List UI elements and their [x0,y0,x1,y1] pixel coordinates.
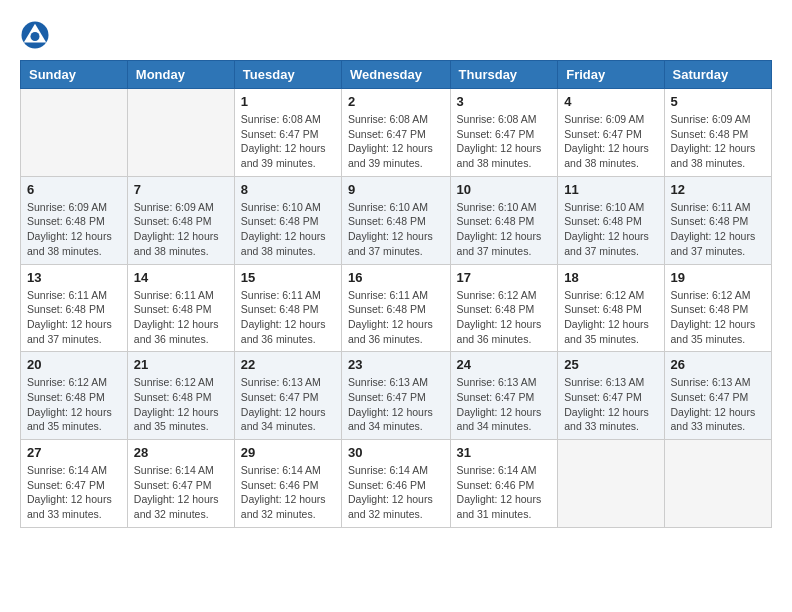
day-number: 16 [348,270,444,285]
day-info: Sunrise: 6:13 AM Sunset: 6:47 PM Dayligh… [241,375,335,434]
day-info: Sunrise: 6:09 AM Sunset: 6:48 PM Dayligh… [134,200,228,259]
day-info: Sunrise: 6:12 AM Sunset: 6:48 PM Dayligh… [27,375,121,434]
calendar-cell: 23Sunrise: 6:13 AM Sunset: 6:47 PM Dayli… [342,352,451,440]
calendar-week-5: 27Sunrise: 6:14 AM Sunset: 6:47 PM Dayli… [21,440,772,528]
calendar-cell: 30Sunrise: 6:14 AM Sunset: 6:46 PM Dayli… [342,440,451,528]
calendar-cell: 9Sunrise: 6:10 AM Sunset: 6:48 PM Daylig… [342,176,451,264]
calendar-cell: 12Sunrise: 6:11 AM Sunset: 6:48 PM Dayli… [664,176,771,264]
day-number: 26 [671,357,765,372]
day-number: 1 [241,94,335,109]
day-number: 19 [671,270,765,285]
calendar-cell: 15Sunrise: 6:11 AM Sunset: 6:48 PM Dayli… [234,264,341,352]
day-info: Sunrise: 6:09 AM Sunset: 6:48 PM Dayligh… [671,112,765,171]
calendar-cell: 25Sunrise: 6:13 AM Sunset: 6:47 PM Dayli… [558,352,664,440]
column-header-tuesday: Tuesday [234,61,341,89]
calendar-cell [127,89,234,177]
day-info: Sunrise: 6:12 AM Sunset: 6:48 PM Dayligh… [564,288,657,347]
calendar-cell: 10Sunrise: 6:10 AM Sunset: 6:48 PM Dayli… [450,176,558,264]
day-number: 10 [457,182,552,197]
day-number: 15 [241,270,335,285]
day-info: Sunrise: 6:14 AM Sunset: 6:46 PM Dayligh… [348,463,444,522]
calendar-header-row: SundayMondayTuesdayWednesdayThursdayFrid… [21,61,772,89]
day-number: 14 [134,270,228,285]
day-number: 21 [134,357,228,372]
calendar-cell: 29Sunrise: 6:14 AM Sunset: 6:46 PM Dayli… [234,440,341,528]
day-info: Sunrise: 6:10 AM Sunset: 6:48 PM Dayligh… [241,200,335,259]
page-header [20,20,772,50]
calendar-week-3: 13Sunrise: 6:11 AM Sunset: 6:48 PM Dayli… [21,264,772,352]
day-info: Sunrise: 6:11 AM Sunset: 6:48 PM Dayligh… [671,200,765,259]
calendar-cell: 22Sunrise: 6:13 AM Sunset: 6:47 PM Dayli… [234,352,341,440]
day-number: 29 [241,445,335,460]
day-info: Sunrise: 6:13 AM Sunset: 6:47 PM Dayligh… [671,375,765,434]
calendar-cell: 2Sunrise: 6:08 AM Sunset: 6:47 PM Daylig… [342,89,451,177]
calendar-cell: 1Sunrise: 6:08 AM Sunset: 6:47 PM Daylig… [234,89,341,177]
svg-point-2 [31,32,40,41]
day-number: 2 [348,94,444,109]
calendar-cell: 3Sunrise: 6:08 AM Sunset: 6:47 PM Daylig… [450,89,558,177]
day-number: 23 [348,357,444,372]
calendar-cell [558,440,664,528]
day-number: 8 [241,182,335,197]
calendar-cell: 14Sunrise: 6:11 AM Sunset: 6:48 PM Dayli… [127,264,234,352]
calendar-cell: 26Sunrise: 6:13 AM Sunset: 6:47 PM Dayli… [664,352,771,440]
day-info: Sunrise: 6:13 AM Sunset: 6:47 PM Dayligh… [457,375,552,434]
day-info: Sunrise: 6:10 AM Sunset: 6:48 PM Dayligh… [457,200,552,259]
calendar-cell [664,440,771,528]
calendar-week-4: 20Sunrise: 6:12 AM Sunset: 6:48 PM Dayli… [21,352,772,440]
day-info: Sunrise: 6:08 AM Sunset: 6:47 PM Dayligh… [348,112,444,171]
calendar-cell: 11Sunrise: 6:10 AM Sunset: 6:48 PM Dayli… [558,176,664,264]
column-header-monday: Monday [127,61,234,89]
day-info: Sunrise: 6:11 AM Sunset: 6:48 PM Dayligh… [27,288,121,347]
day-number: 27 [27,445,121,460]
calendar-cell: 7Sunrise: 6:09 AM Sunset: 6:48 PM Daylig… [127,176,234,264]
calendar-cell: 6Sunrise: 6:09 AM Sunset: 6:48 PM Daylig… [21,176,128,264]
column-header-saturday: Saturday [664,61,771,89]
day-info: Sunrise: 6:11 AM Sunset: 6:48 PM Dayligh… [348,288,444,347]
day-number: 18 [564,270,657,285]
logo [20,20,54,50]
day-number: 30 [348,445,444,460]
column-header-wednesday: Wednesday [342,61,451,89]
day-info: Sunrise: 6:14 AM Sunset: 6:46 PM Dayligh… [241,463,335,522]
column-header-sunday: Sunday [21,61,128,89]
day-info: Sunrise: 6:14 AM Sunset: 6:47 PM Dayligh… [134,463,228,522]
day-number: 4 [564,94,657,109]
day-info: Sunrise: 6:09 AM Sunset: 6:48 PM Dayligh… [27,200,121,259]
day-info: Sunrise: 6:14 AM Sunset: 6:46 PM Dayligh… [457,463,552,522]
calendar-cell: 24Sunrise: 6:13 AM Sunset: 6:47 PM Dayli… [450,352,558,440]
day-info: Sunrise: 6:12 AM Sunset: 6:48 PM Dayligh… [457,288,552,347]
calendar-cell: 5Sunrise: 6:09 AM Sunset: 6:48 PM Daylig… [664,89,771,177]
day-number: 20 [27,357,121,372]
calendar-week-1: 1Sunrise: 6:08 AM Sunset: 6:47 PM Daylig… [21,89,772,177]
day-info: Sunrise: 6:09 AM Sunset: 6:47 PM Dayligh… [564,112,657,171]
day-info: Sunrise: 6:08 AM Sunset: 6:47 PM Dayligh… [457,112,552,171]
day-number: 7 [134,182,228,197]
calendar-cell: 17Sunrise: 6:12 AM Sunset: 6:48 PM Dayli… [450,264,558,352]
day-number: 17 [457,270,552,285]
day-info: Sunrise: 6:10 AM Sunset: 6:48 PM Dayligh… [564,200,657,259]
calendar-cell: 8Sunrise: 6:10 AM Sunset: 6:48 PM Daylig… [234,176,341,264]
day-number: 31 [457,445,552,460]
calendar-cell: 13Sunrise: 6:11 AM Sunset: 6:48 PM Dayli… [21,264,128,352]
calendar-cell: 19Sunrise: 6:12 AM Sunset: 6:48 PM Dayli… [664,264,771,352]
day-info: Sunrise: 6:14 AM Sunset: 6:47 PM Dayligh… [27,463,121,522]
day-info: Sunrise: 6:11 AM Sunset: 6:48 PM Dayligh… [241,288,335,347]
day-number: 24 [457,357,552,372]
calendar-cell [21,89,128,177]
day-info: Sunrise: 6:13 AM Sunset: 6:47 PM Dayligh… [564,375,657,434]
day-info: Sunrise: 6:12 AM Sunset: 6:48 PM Dayligh… [134,375,228,434]
day-number: 3 [457,94,552,109]
calendar-cell: 27Sunrise: 6:14 AM Sunset: 6:47 PM Dayli… [21,440,128,528]
calendar-cell: 21Sunrise: 6:12 AM Sunset: 6:48 PM Dayli… [127,352,234,440]
day-info: Sunrise: 6:08 AM Sunset: 6:47 PM Dayligh… [241,112,335,171]
day-number: 13 [27,270,121,285]
day-info: Sunrise: 6:10 AM Sunset: 6:48 PM Dayligh… [348,200,444,259]
calendar-week-2: 6Sunrise: 6:09 AM Sunset: 6:48 PM Daylig… [21,176,772,264]
calendar-cell: 16Sunrise: 6:11 AM Sunset: 6:48 PM Dayli… [342,264,451,352]
day-info: Sunrise: 6:12 AM Sunset: 6:48 PM Dayligh… [671,288,765,347]
calendar-cell: 18Sunrise: 6:12 AM Sunset: 6:48 PM Dayli… [558,264,664,352]
calendar-table: SundayMondayTuesdayWednesdayThursdayFrid… [20,60,772,528]
column-header-friday: Friday [558,61,664,89]
calendar-cell: 28Sunrise: 6:14 AM Sunset: 6:47 PM Dayli… [127,440,234,528]
